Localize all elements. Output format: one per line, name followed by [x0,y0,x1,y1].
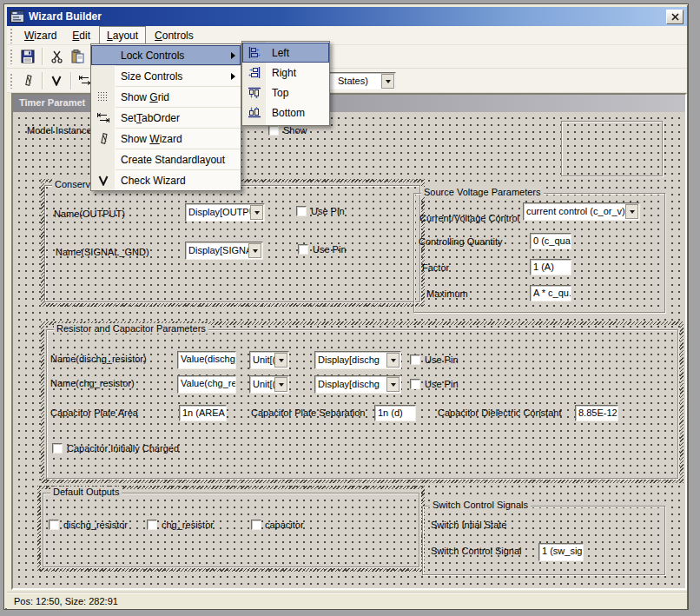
check-wizard-button[interactable] [46,71,67,90]
menu-item-label: Show Wizard [115,133,241,145]
toolbar1-grip[interactable] [10,49,13,64]
capacitor-checkbox-label: capacitor [265,520,304,530]
menu-item-label: Size Controls [115,70,231,83]
menu-edit[interactable]: Edit [65,27,97,44]
paste-icon [70,50,84,63]
dropdown-arrow-icon[interactable] [381,74,394,89]
menu-item-check-wizard[interactable]: Check Wizard [91,170,241,190]
submenu-arrow-icon [231,73,235,80]
align-bottom-icon [242,107,266,118]
submenu-item-bottom[interactable]: Bottom [242,103,329,123]
switch-control-signals-group-title: Switch Control Signals [430,500,531,510]
submenu-arrow-icon [231,52,235,59]
unit-dischg-combobox[interactable]: Unit[( [249,351,289,369]
unit-chg-combobox[interactable]: Unit[( [249,375,289,394]
submenu-item-label: Bottom [266,107,329,119]
capacitor-initially-charged-label: Capacitor Initially Charged [67,443,179,454]
submenu-item-top[interactable]: Top [242,83,329,103]
name-dischg-resistor-label: Name(dischg_resistor) [50,354,147,364]
value-dischg-field[interactable]: Value(dischg_ [177,351,236,369]
plate-separation-field[interactable]: 1n (d) [374,405,416,421]
save-icon [21,50,35,63]
maximum-field[interactable]: A * c_qu. [530,285,571,301]
show-wizard-button[interactable] [17,71,38,90]
use-pin-dischg-checkbox[interactable] [410,354,420,365]
status-bar: Pos: 12:50, Size: 282:91 [7,592,687,609]
show-wizard-icon [91,132,115,145]
dropdown-arrow-icon[interactable] [250,205,263,220]
resistor-capacitor-group[interactable]: Resistor and Capacitor Parameters Name(d… [46,329,678,479]
menubar-grip[interactable] [10,28,13,43]
chg-resistor-checkbox[interactable] [147,520,157,530]
unit-dischg-value: Unit[( [253,354,275,365]
menu-layout[interactable]: Layout [99,26,146,45]
show-checkbox[interactable] [268,125,279,136]
dropdown-arrow-icon[interactable] [274,353,287,368]
use-pin-output-checkbox[interactable] [296,206,307,216]
plate-area-label: Capacitor Plate Area [50,407,138,418]
display-signal-combobox[interactable]: Display[SIGNA [185,242,263,260]
switch-control-signal-field[interactable]: 1 (sw_sig [538,543,584,561]
app-icon [10,10,24,23]
capacitor-checkbox[interactable] [251,520,261,530]
use-pin-chg-checkbox[interactable] [410,379,420,389]
layout-menu-popup: Lock Controls Size Controls Show Grid [90,43,241,191]
display-chg-value: Display[dischg [318,379,380,389]
save-button[interactable] [17,47,38,66]
name-signal-gnd-label: Name(SIGNAL_GND) [56,247,149,257]
submenu-item-label: Left [266,47,329,59]
dischg-resistor-checkbox[interactable] [49,520,59,530]
value-chg-field[interactable]: Value(chg_res [177,375,236,394]
menu-item-show-grid[interactable]: Show Grid [91,87,241,107]
close-icon [671,13,679,21]
menu-item-create-standardlayout[interactable]: Create Standardlayout [91,149,241,169]
paste-button[interactable] [67,47,88,66]
menu-item-lock-controls[interactable]: Lock Controls [91,45,241,65]
switch-control-signal-label: Switch Control Signal [431,546,522,556]
display-output-combobox[interactable]: Display[OUTPU [185,203,265,222]
use-pin-signal-checkbox[interactable] [298,244,308,255]
source-voltage-group[interactable]: Source Voltage Parameters Current/Voltag… [413,193,665,313]
menu-item-set-tab-order[interactable]: SetTabOrder [91,108,241,128]
cut-button[interactable] [46,47,67,66]
controlling-quantity-field[interactable]: 0 (c_qua [530,233,571,249]
submenu-item-left[interactable]: Left [242,43,329,63]
dropdown-arrow-icon[interactable] [625,204,638,219]
submenu-item-right[interactable]: Right [242,63,329,83]
lock-controls-submenu-popup: Left Right [241,41,330,126]
source-voltage-group-title: Source Voltage Parameters [421,187,544,197]
dielectric-constant-field[interactable]: 8.85E-12 [575,405,618,421]
switch-control-signals-group[interactable]: Switch Control Signals Switch Intial Sta… [422,506,665,575]
empty-frame[interactable] [561,121,663,176]
menu-item-size-controls[interactable]: Size Controls [91,66,241,86]
dropdown-arrow-icon[interactable] [386,353,400,368]
model-instance-label: Model Instance [27,125,92,136]
dropdown-arrow-icon[interactable] [248,243,261,258]
current-voltage-control-label: Current/Voltage Control [419,213,519,223]
status-text: Pos: 12:50, Size: 282:91 [14,596,118,606]
toolbar-separator [42,72,43,89]
menu-item-show-wizard[interactable]: Show Wizard [91,129,241,149]
menu-controls[interactable]: Controls [148,27,201,44]
menu-item-label: Show Grid [115,91,241,103]
plate-area-field[interactable]: 1n (AREA [179,405,227,421]
dropdown-arrow-icon[interactable] [386,377,400,392]
conservative-nodes-group[interactable]: Conservative Nodes Name(OUTPUT) Display[… [44,185,420,302]
dropdown-arrow-icon[interactable] [274,377,287,392]
default-outputs-group[interactable]: Default Outputs dischg_resistor chg_resi… [43,493,419,567]
name-chg-resistor-label: Name(chg_resistor) [50,378,135,388]
capacitor-initially-charged-checkbox[interactable] [52,443,63,454]
factor-field[interactable]: 1 (A) [530,259,571,275]
toolbar2-grip[interactable] [10,73,13,89]
close-button[interactable] [666,10,683,24]
display-dischg-combobox[interactable]: Display[dischg [314,351,401,369]
menu-item-label: Lock Controls [115,50,231,62]
menu-wizard[interactable]: Wizard [17,27,63,44]
display-chg-combobox[interactable]: Display[dischg [314,375,401,394]
display-dischg-value: Display[dischg [318,354,380,365]
dielectric-constant-label: Capacitor Dielectric Constant [438,407,561,418]
current-voltage-control-combobox[interactable]: current control (c_or_v) [523,202,640,221]
unit-chg-value: Unit[( [253,379,275,389]
tab-order-icon [91,112,115,123]
submenu-item-label: Right [266,67,329,79]
